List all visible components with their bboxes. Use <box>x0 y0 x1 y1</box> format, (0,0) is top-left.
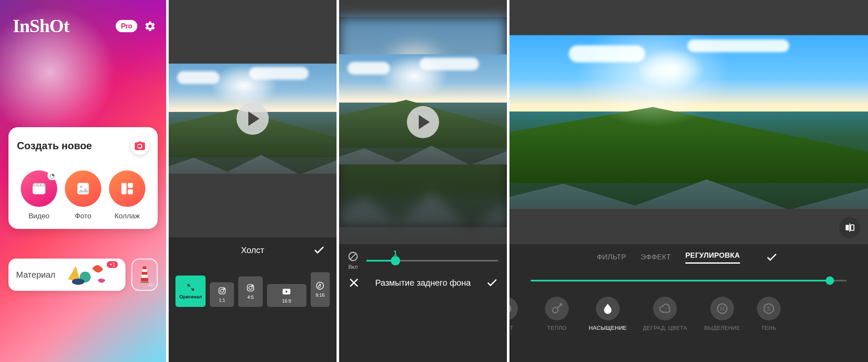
adjust-fade-button[interactable]: ДЕГРАД. ЦВЕТА <box>633 297 697 331</box>
material-badge: +1 <box>107 261 118 268</box>
material-row: Материал +1 AD <box>8 259 158 291</box>
adjust-warmth-label: ТЕПЛО <box>547 325 567 331</box>
instagram-icon <box>246 284 255 292</box>
svg-rect-13 <box>143 267 147 270</box>
adjust-tool-panel: ФИЛЬТР ЭФФЕКТ РЕГУЛИРОВКА РАСТ ТЕПЛО НАС… <box>509 244 868 362</box>
adjust-highlight-button[interactable]: H ВЫДЕЛЕНИЕ <box>697 297 748 331</box>
ratio-16-9-button[interactable]: 16:9 <box>267 284 306 307</box>
create-options: ◔ Видео Фото Коллаж <box>17 170 149 220</box>
compare-icon <box>844 222 855 233</box>
landscape-image <box>509 35 868 209</box>
confirm-button[interactable] <box>310 241 328 259</box>
home-screen: InShOt Pro Создать новое ◔ Видео <box>0 0 166 362</box>
blur-slider[interactable]: 1 <box>366 252 498 269</box>
video-preview[interactable] <box>509 0 868 244</box>
ad-label: AD <box>148 283 154 287</box>
disable-icon <box>348 251 359 262</box>
camera-button[interactable] <box>131 136 149 155</box>
play-button[interactable] <box>407 106 439 138</box>
adjust-contrast-label: РАСТ <box>509 325 513 331</box>
youtube-icon <box>282 287 291 296</box>
ratio-4-5-label: 4:5 <box>247 295 253 300</box>
video-dot-icon: ◔ <box>47 171 57 180</box>
tab-filter[interactable]: ФИЛЬТР <box>597 253 626 262</box>
blur-slider-row: Вкл 1 <box>348 251 498 270</box>
material-button[interactable]: Материал +1 <box>8 259 125 291</box>
svg-rect-14 <box>142 269 147 272</box>
adjust-items-row: РАСТ ТЕПЛО НАСЫЩЕНИЕ ДЕГРАД. ЦВЕТА H ВЫД… <box>509 291 868 342</box>
material-label: Материал <box>16 270 56 280</box>
create-video-button[interactable]: ◔ Видео <box>18 170 60 220</box>
ratio-4-5-button[interactable]: 4:5 <box>238 276 262 307</box>
confirm-button[interactable] <box>763 248 781 266</box>
ratio-9-16-button[interactable]: 9:16 <box>311 272 330 307</box>
photo-icon <box>65 170 101 207</box>
ratio-16-9-label: 16:9 <box>282 298 291 304</box>
svg-rect-28 <box>851 225 854 231</box>
slider-thumb[interactable] <box>826 276 834 285</box>
create-collage-button[interactable]: Коллаж <box>106 170 148 220</box>
ratio-1-1-label: 1:1 <box>219 298 225 303</box>
svg-point-30 <box>553 308 558 313</box>
svg-rect-27 <box>846 225 849 231</box>
saturation-icon <box>596 297 620 320</box>
ratio-original-label: Оригинал <box>179 294 202 299</box>
contrast-icon <box>509 297 518 320</box>
shadow-icon: S <box>757 297 781 320</box>
svg-point-23 <box>252 285 253 286</box>
ad-lighthouse-button[interactable]: AD <box>131 259 158 291</box>
svg-text:H: H <box>720 306 724 312</box>
blur-title-bar: Размытие заднего фона <box>339 270 507 295</box>
tab-effect[interactable]: ЭФФЕКТ <box>640 253 671 262</box>
close-button[interactable] <box>345 274 363 292</box>
ratio-9-16-label: 9:16 <box>316 292 325 298</box>
aspect-ratio-row: Оригинал 1:1 4:5 16:9 9:16 <box>169 263 337 314</box>
adjust-fade-label: ДЕГРАД. ЦВЕТА <box>643 325 687 331</box>
tab-adjust[interactable]: РЕГУЛИРОВКА <box>685 251 740 264</box>
blur-slider-area: Вкл 1 <box>339 244 507 270</box>
adjust-saturation-button[interactable]: НАСЫЩЕНИЕ <box>582 297 633 331</box>
svg-point-6 <box>80 186 83 188</box>
highlight-icon: H <box>710 297 734 320</box>
preview-frame <box>339 17 507 227</box>
svg-rect-8 <box>128 183 133 188</box>
cloud-icon <box>653 297 677 320</box>
play-button[interactable] <box>236 103 269 135</box>
adjust-slider[interactable] <box>509 270 868 291</box>
canvas-screen: Холст Оригинал 1:1 4:5 16:9 <box>169 0 337 362</box>
svg-point-22 <box>249 286 252 290</box>
preview-frame <box>169 64 337 174</box>
adjust-saturation-label: НАСЫЩЕНИЕ <box>589 325 627 331</box>
adjust-contrast-button[interactable]: РАСТ <box>509 297 531 331</box>
home-top-bar: InShOt Pro <box>13 15 156 37</box>
svg-point-12 <box>72 278 84 285</box>
collage-icon <box>109 170 145 207</box>
svg-rect-17 <box>141 278 148 281</box>
adjust-tabs: ФИЛЬТР ЭФФЕКТ РЕГУЛИРОВКА <box>509 244 868 270</box>
svg-point-20 <box>223 288 224 289</box>
preview-frame <box>509 35 868 209</box>
blur-enable-toggle[interactable]: Вкл <box>348 251 359 270</box>
svg-point-25 <box>317 282 324 290</box>
svg-point-19 <box>220 289 224 292</box>
video-preview[interactable] <box>169 0 337 237</box>
ratio-original-button[interactable]: Оригинал <box>175 276 206 307</box>
blur-screen: Вкл 1 Размытие заднего фона <box>339 0 507 362</box>
ratio-1-1-button[interactable]: 1:1 <box>210 282 234 307</box>
confirm-button[interactable] <box>483 274 501 292</box>
slider-thumb[interactable] <box>391 256 400 265</box>
adjust-screen: ФИЛЬТР ЭФФЕКТ РЕГУЛИРОВКА РАСТ ТЕПЛО НАС… <box>509 0 868 362</box>
pro-button[interactable]: Pro <box>116 20 137 32</box>
home-top-actions: Pro <box>116 20 156 32</box>
video-preview[interactable] <box>339 0 507 244</box>
create-title: Создать новое <box>17 140 92 152</box>
compare-button[interactable] <box>839 217 860 238</box>
svg-point-3 <box>38 184 40 186</box>
adjust-warmth-button[interactable]: ТЕПЛО <box>531 297 582 331</box>
svg-rect-7 <box>122 183 127 195</box>
settings-icon[interactable] <box>144 20 156 32</box>
create-photo-button[interactable]: Фото <box>62 170 104 220</box>
adjust-shadow-button[interactable]: S ТЕНЬ <box>748 297 790 331</box>
musically-icon <box>316 281 324 290</box>
adjust-shadow-label: ТЕНЬ <box>761 325 776 331</box>
